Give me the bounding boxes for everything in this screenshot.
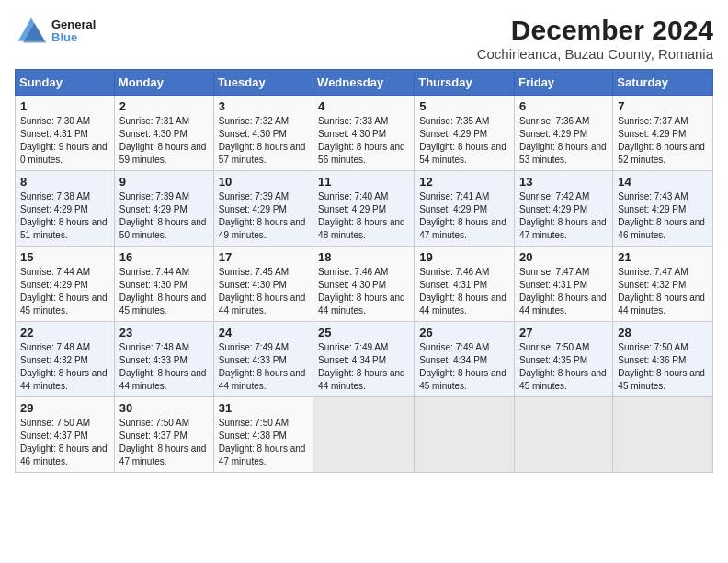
day-number: 13 xyxy=(519,175,608,189)
calendar-day-cell: 24Sunrise: 7:49 AMSunset: 4:33 PMDayligh… xyxy=(213,322,313,397)
calendar-day-cell: 16Sunrise: 7:44 AMSunset: 4:30 PMDayligh… xyxy=(114,247,213,322)
day-info: Sunrise: 7:43 AMSunset: 4:29 PMDaylight:… xyxy=(618,190,708,242)
weekday-header-cell: Monday xyxy=(114,70,213,96)
weekday-header-cell: Friday xyxy=(515,70,613,96)
day-info: Sunrise: 7:50 AMSunset: 4:37 PMDaylight:… xyxy=(20,417,109,468)
day-number: 6 xyxy=(519,99,608,113)
day-info: Sunrise: 7:49 AMSunset: 4:34 PMDaylight:… xyxy=(318,341,409,393)
day-info: Sunrise: 7:39 AMSunset: 4:29 PMDaylight:… xyxy=(219,190,308,242)
calendar-header: SundayMondayTuesdayWednesdayThursdayFrid… xyxy=(16,70,713,96)
day-number: 3 xyxy=(219,99,308,113)
day-number: 25 xyxy=(318,326,409,339)
calendar-day-cell: 3Sunrise: 7:32 AMSunset: 4:30 PMDaylight… xyxy=(213,96,313,171)
day-info: Sunrise: 7:50 AMSunset: 4:35 PMDaylight:… xyxy=(519,341,608,393)
calendar-day-cell: 13Sunrise: 7:42 AMSunset: 4:29 PMDayligh… xyxy=(515,171,613,247)
calendar-week-row: 1Sunrise: 7:30 AMSunset: 4:31 PMDaylight… xyxy=(16,96,713,171)
calendar-day-cell: 21Sunrise: 7:47 AMSunset: 4:32 PMDayligh… xyxy=(613,247,713,322)
day-info: Sunrise: 7:40 AMSunset: 4:29 PMDaylight:… xyxy=(318,190,409,242)
calendar-day-cell: 28Sunrise: 7:50 AMSunset: 4:36 PMDayligh… xyxy=(613,322,713,397)
day-info: Sunrise: 7:39 AMSunset: 4:29 PMDaylight:… xyxy=(119,190,209,242)
header: General Blue December 2024 Cochirleanca,… xyxy=(15,15,713,62)
day-number: 5 xyxy=(419,99,509,113)
day-number: 27 xyxy=(519,326,608,339)
day-info: Sunrise: 7:44 AMSunset: 4:29 PMDaylight:… xyxy=(20,266,109,317)
day-info: Sunrise: 7:45 AMSunset: 4:30 PMDaylight:… xyxy=(219,266,308,317)
day-info: Sunrise: 7:42 AMSunset: 4:29 PMDaylight:… xyxy=(519,190,608,242)
day-number: 12 xyxy=(419,175,509,189)
day-info: Sunrise: 7:32 AMSunset: 4:30 PMDaylight:… xyxy=(219,115,308,167)
day-info: Sunrise: 7:50 AMSunset: 4:38 PMDaylight:… xyxy=(219,417,308,468)
calendar-day-cell: 4Sunrise: 7:33 AMSunset: 4:30 PMDaylight… xyxy=(313,96,415,171)
calendar-day-cell: 26Sunrise: 7:49 AMSunset: 4:34 PMDayligh… xyxy=(415,322,515,397)
logo-icon xyxy=(15,15,48,48)
weekday-header-row: SundayMondayTuesdayWednesdayThursdayFrid… xyxy=(16,70,713,96)
day-number: 26 xyxy=(419,326,509,339)
day-info: Sunrise: 7:47 AMSunset: 4:31 PMDaylight:… xyxy=(519,266,608,317)
day-number: 1 xyxy=(20,99,109,113)
day-number: 23 xyxy=(119,326,209,339)
day-number: 2 xyxy=(119,99,209,113)
calendar-day-cell: 10Sunrise: 7:39 AMSunset: 4:29 PMDayligh… xyxy=(213,171,313,247)
calendar-day-cell: 27Sunrise: 7:50 AMSunset: 4:35 PMDayligh… xyxy=(515,322,613,397)
calendar-day-cell: 5Sunrise: 7:35 AMSunset: 4:29 PMDaylight… xyxy=(415,96,515,171)
day-number: 31 xyxy=(219,401,308,415)
day-number: 24 xyxy=(219,326,308,339)
day-number: 22 xyxy=(20,326,109,339)
day-info: Sunrise: 7:48 AMSunset: 4:33 PMDaylight:… xyxy=(119,341,209,393)
day-info: Sunrise: 7:31 AMSunset: 4:30 PMDaylight:… xyxy=(119,115,209,167)
calendar-week-row: 15Sunrise: 7:44 AMSunset: 4:29 PMDayligh… xyxy=(16,247,713,322)
logo: General Blue xyxy=(15,15,96,48)
day-number: 8 xyxy=(20,175,109,189)
calendar-day-cell: 7Sunrise: 7:37 AMSunset: 4:29 PMDaylight… xyxy=(613,96,713,171)
calendar-body: 1Sunrise: 7:30 AMSunset: 4:31 PMDaylight… xyxy=(16,96,713,473)
day-info: Sunrise: 7:37 AMSunset: 4:29 PMDaylight:… xyxy=(618,115,708,167)
day-number: 20 xyxy=(519,250,608,264)
calendar-day-cell: 31Sunrise: 7:50 AMSunset: 4:38 PMDayligh… xyxy=(213,397,313,473)
day-number: 21 xyxy=(618,250,708,264)
day-number: 29 xyxy=(20,401,109,415)
weekday-header-cell: Thursday xyxy=(415,70,515,96)
day-number: 19 xyxy=(419,250,509,264)
day-info: Sunrise: 7:30 AMSunset: 4:31 PMDaylight:… xyxy=(20,115,109,167)
day-info: Sunrise: 7:33 AMSunset: 4:30 PMDaylight:… xyxy=(318,115,409,167)
calendar-week-row: 22Sunrise: 7:48 AMSunset: 4:32 PMDayligh… xyxy=(16,322,713,397)
calendar-day-cell: 20Sunrise: 7:47 AMSunset: 4:31 PMDayligh… xyxy=(515,247,613,322)
day-number: 17 xyxy=(219,250,308,264)
day-number: 30 xyxy=(119,401,209,415)
day-number: 4 xyxy=(318,99,409,113)
calendar-day-cell: 2Sunrise: 7:31 AMSunset: 4:30 PMDaylight… xyxy=(114,96,213,171)
calendar-day-cell: 22Sunrise: 7:48 AMSunset: 4:32 PMDayligh… xyxy=(16,322,115,397)
day-number: 16 xyxy=(119,250,209,264)
day-number: 15 xyxy=(20,250,109,264)
title-block: December 2024 Cochirleanca, Buzau County… xyxy=(477,15,713,62)
day-number: 11 xyxy=(318,175,409,189)
day-number: 18 xyxy=(318,250,409,264)
day-info: Sunrise: 7:44 AMSunset: 4:30 PMDaylight:… xyxy=(119,266,209,317)
calendar-day-cell xyxy=(313,397,415,473)
calendar-day-cell: 23Sunrise: 7:48 AMSunset: 4:33 PMDayligh… xyxy=(114,322,213,397)
calendar-day-cell: 17Sunrise: 7:45 AMSunset: 4:30 PMDayligh… xyxy=(213,247,313,322)
page-subtitle: Cochirleanca, Buzau County, Romania xyxy=(477,46,713,62)
day-info: Sunrise: 7:48 AMSunset: 4:32 PMDaylight:… xyxy=(20,341,109,393)
weekday-header-cell: Wednesday xyxy=(313,70,415,96)
calendar-day-cell: 6Sunrise: 7:36 AMSunset: 4:29 PMDaylight… xyxy=(515,96,613,171)
calendar-week-row: 29Sunrise: 7:50 AMSunset: 4:37 PMDayligh… xyxy=(16,397,713,473)
logo-text: General Blue xyxy=(51,18,96,45)
calendar-day-cell: 1Sunrise: 7:30 AMSunset: 4:31 PMDaylight… xyxy=(16,96,115,171)
day-number: 10 xyxy=(219,175,308,189)
calendar-week-row: 8Sunrise: 7:38 AMSunset: 4:29 PMDaylight… xyxy=(16,171,713,247)
calendar-day-cell: 12Sunrise: 7:41 AMSunset: 4:29 PMDayligh… xyxy=(415,171,515,247)
day-info: Sunrise: 7:50 AMSunset: 4:37 PMDaylight:… xyxy=(119,417,209,468)
weekday-header-cell: Sunday xyxy=(16,70,115,96)
calendar-day-cell: 9Sunrise: 7:39 AMSunset: 4:29 PMDaylight… xyxy=(114,171,213,247)
calendar-day-cell xyxy=(613,397,713,473)
day-info: Sunrise: 7:36 AMSunset: 4:29 PMDaylight:… xyxy=(519,115,608,167)
day-number: 28 xyxy=(618,326,708,339)
calendar-day-cell: 14Sunrise: 7:43 AMSunset: 4:29 PMDayligh… xyxy=(613,171,713,247)
day-info: Sunrise: 7:49 AMSunset: 4:34 PMDaylight:… xyxy=(419,341,509,393)
calendar-day-cell xyxy=(515,397,613,473)
calendar-day-cell: 29Sunrise: 7:50 AMSunset: 4:37 PMDayligh… xyxy=(16,397,115,473)
calendar-day-cell: 15Sunrise: 7:44 AMSunset: 4:29 PMDayligh… xyxy=(16,247,115,322)
calendar-day-cell: 30Sunrise: 7:50 AMSunset: 4:37 PMDayligh… xyxy=(114,397,213,473)
calendar-day-cell: 19Sunrise: 7:46 AMSunset: 4:31 PMDayligh… xyxy=(415,247,515,322)
